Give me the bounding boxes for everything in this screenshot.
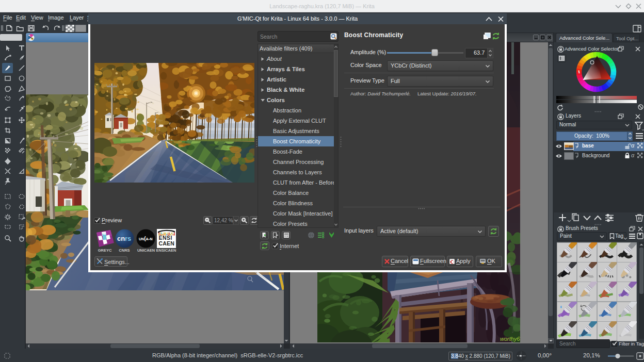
svg-text:rs: rs	[125, 235, 131, 242]
svg-text:cn: cn	[117, 235, 125, 242]
svg-text:worthy6: worthy6	[500, 336, 520, 342]
svg-text:CAEN: CAEN	[159, 240, 175, 246]
